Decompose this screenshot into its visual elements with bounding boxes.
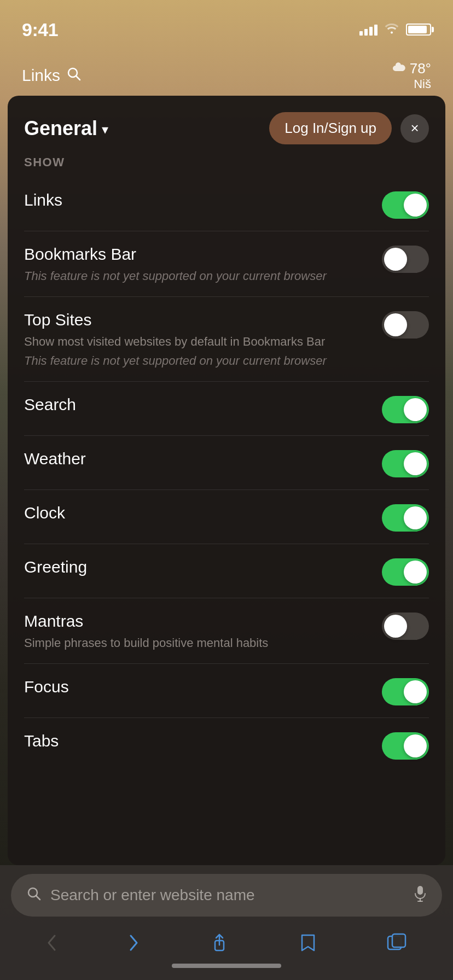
header-buttons: Log In/Sign up × bbox=[269, 112, 429, 144]
setting-label-search: Search bbox=[24, 394, 371, 415]
setting-desc-bookmarks-bar: This feature is not yet supported on you… bbox=[24, 268, 371, 284]
battery-icon bbox=[406, 24, 431, 36]
cloud-icon bbox=[392, 62, 406, 74]
toggle-top-sites[interactable] bbox=[382, 311, 429, 339]
search-icon-top[interactable] bbox=[67, 67, 81, 85]
modal-header: General ▾ Log In/Sign up × bbox=[8, 96, 445, 155]
setting-label-focus: Focus bbox=[24, 676, 371, 697]
weather-temp: 78° bbox=[410, 60, 431, 77]
setting-row-bookmarks-bar: Bookmarks Bar This feature is not yet su… bbox=[24, 231, 429, 297]
setting-row-focus: Focus bbox=[24, 664, 429, 718]
login-signup-button[interactable]: Log In/Sign up bbox=[269, 112, 392, 144]
setting-row-tabs: Tabs bbox=[24, 718, 429, 772]
chevron-down-icon[interactable]: ▾ bbox=[102, 122, 108, 137]
section-label-show: SHOW bbox=[24, 155, 429, 177]
links-label: Links bbox=[22, 66, 60, 85]
setting-row-greeting: Greeting bbox=[24, 544, 429, 598]
search-bar-icon bbox=[26, 886, 42, 905]
toggle-links[interactable] bbox=[382, 191, 429, 219]
setting-desc-mantras: Simple phrases to build positive mental … bbox=[24, 635, 371, 651]
setting-label-greeting: Greeting bbox=[24, 556, 371, 578]
setting-label-mantras: Mantras bbox=[24, 610, 371, 632]
setting-row-clock: Clock bbox=[24, 490, 429, 544]
toggle-weather[interactable] bbox=[382, 450, 429, 477]
toggle-tabs[interactable] bbox=[382, 732, 429, 760]
toggle-mantras[interactable] bbox=[382, 612, 429, 640]
forward-button[interactable] bbox=[117, 928, 150, 958]
back-button[interactable] bbox=[36, 928, 68, 958]
modal-content[interactable]: SHOW Links Bookmarks Bar This feature is… bbox=[8, 155, 445, 865]
toggle-bookmarks-bar[interactable] bbox=[382, 246, 429, 273]
top-bar: Links 78° Niš bbox=[0, 48, 453, 103]
status-time: 9:41 bbox=[22, 19, 58, 40]
setting-label-bookmarks-bar: Bookmarks Bar bbox=[24, 243, 371, 265]
svg-rect-4 bbox=[417, 886, 423, 895]
settings-modal: General ▾ Log In/Sign up × SHOW Links Bo… bbox=[8, 96, 445, 865]
search-input-placeholder[interactable]: Search or enter website name bbox=[50, 886, 405, 904]
toggle-greeting[interactable] bbox=[382, 558, 429, 586]
links-bar: Links bbox=[22, 66, 81, 85]
share-button[interactable] bbox=[199, 928, 240, 958]
modal-title-container: General ▾ bbox=[24, 117, 108, 140]
setting-note-top-sites: This feature is not yet supported on you… bbox=[24, 353, 371, 369]
home-indicator bbox=[172, 964, 281, 968]
setting-label-tabs: Tabs bbox=[24, 730, 371, 751]
search-bar-container: Search or enter website name bbox=[0, 865, 453, 922]
toggle-search[interactable] bbox=[382, 396, 429, 423]
browser-nav bbox=[0, 922, 453, 958]
setting-row-top-sites: Top Sites Show most visited websites by … bbox=[24, 297, 429, 382]
status-icons bbox=[359, 22, 431, 37]
setting-label-weather: Weather bbox=[24, 448, 371, 469]
svg-line-1 bbox=[76, 76, 80, 80]
signal-icon bbox=[359, 24, 378, 36]
svg-rect-9 bbox=[392, 934, 405, 947]
toggle-focus[interactable] bbox=[382, 678, 429, 705]
svg-line-3 bbox=[36, 896, 40, 900]
search-bar[interactable]: Search or enter website name bbox=[11, 874, 442, 917]
toggle-clock[interactable] bbox=[382, 504, 429, 532]
microphone-icon[interactable] bbox=[414, 885, 427, 906]
browser-bottom-bar: Search or enter website name bbox=[0, 865, 453, 980]
bookmarks-button[interactable] bbox=[289, 928, 327, 958]
setting-row-weather: Weather bbox=[24, 436, 429, 490]
status-bar: 9:41 bbox=[0, 0, 453, 48]
close-button[interactable]: × bbox=[400, 114, 429, 143]
weather-city: Niš bbox=[414, 77, 431, 91]
tabs-button[interactable] bbox=[376, 928, 417, 958]
setting-row-links: Links bbox=[24, 177, 429, 231]
setting-label-top-sites: Top Sites bbox=[24, 309, 371, 330]
setting-row-mantras: Mantras Simple phrases to build positive… bbox=[24, 598, 429, 664]
setting-label-links: Links bbox=[24, 189, 371, 211]
weather-display: 78° Niš bbox=[392, 60, 431, 91]
setting-label-clock: Clock bbox=[24, 502, 371, 523]
wifi-icon bbox=[384, 22, 399, 37]
setting-row-search: Search bbox=[24, 382, 429, 436]
setting-desc-top-sites: Show most visited websites by default in… bbox=[24, 334, 371, 350]
modal-title: General bbox=[24, 117, 97, 140]
